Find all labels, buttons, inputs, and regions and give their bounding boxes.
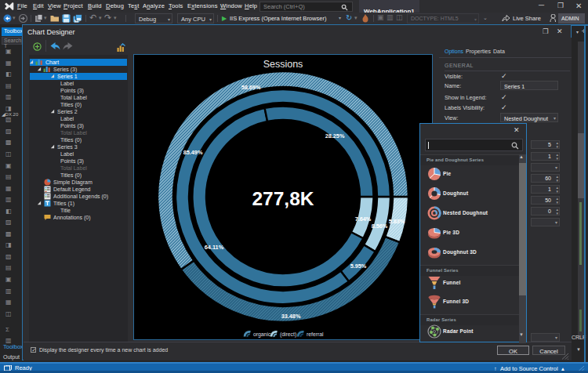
svg-text:8.56%: 8.56% <box>372 223 388 230</box>
svg-text:64.11%: 64.11% <box>205 244 224 251</box>
svg-text:organic: organic <box>253 331 271 338</box>
svg-text:277,8K: 277,8K <box>252 188 314 209</box>
svg-text:7.64%: 7.64% <box>355 215 372 223</box>
svg-text:85.49%: 85.49% <box>183 149 203 156</box>
svg-text:referral: referral <box>307 331 324 337</box>
svg-text:58.69%: 58.69% <box>241 84 261 91</box>
svg-text:Sessions: Sessions <box>263 59 303 70</box>
svg-text:33.48%: 33.48% <box>281 313 301 320</box>
svg-text:(direct): (direct) <box>280 331 296 338</box>
svg-text:5.95%: 5.95% <box>350 263 367 270</box>
svg-text:28.25%: 28.25% <box>325 132 345 139</box>
svg-text:5.83%: 5.83% <box>389 218 405 225</box>
